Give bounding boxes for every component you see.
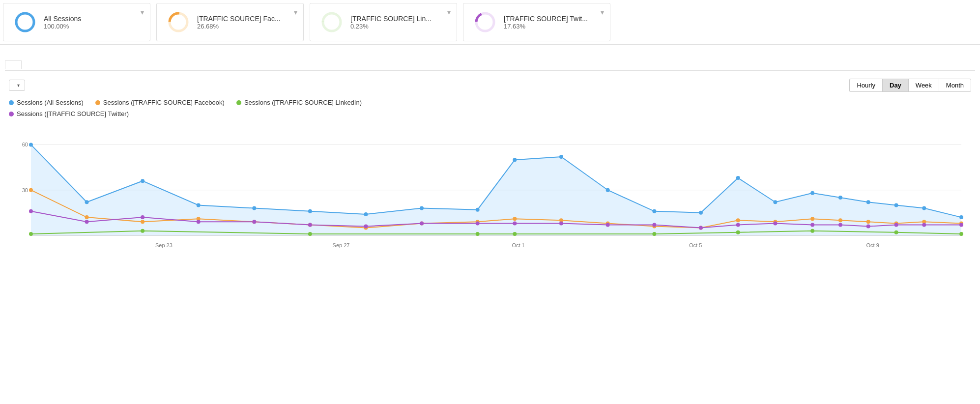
- chart-dot: [364, 225, 368, 229]
- chart-dot: [29, 143, 33, 146]
- x-axis-label: Oct 9: [866, 242, 879, 248]
- legend-label: Sessions (All Sessions): [17, 99, 84, 106]
- chart-dot: [29, 209, 33, 213]
- segment-pct: 0.23%: [350, 23, 432, 30]
- chart-dot: [838, 196, 842, 200]
- chart-dot: [141, 215, 144, 219]
- chart-dot: [85, 200, 89, 204]
- chart-dot: [141, 220, 144, 224]
- chart-dot: [476, 221, 480, 225]
- chart-dot: [838, 218, 842, 222]
- chart-dot: [959, 223, 963, 227]
- x-axis-label: Sep 23: [155, 242, 173, 248]
- chart-dot: [894, 203, 898, 207]
- donut-icon: [320, 10, 344, 34]
- chart-dot: [922, 206, 926, 210]
- chart-dot: [810, 191, 814, 195]
- legend-dot: [9, 100, 14, 105]
- chart-dot: [922, 223, 926, 227]
- chart-dot: [420, 206, 424, 210]
- chart-dot: [866, 220, 870, 224]
- legend-label: Sessions ([TRAFFIC SOURCE] LinkedIn): [244, 99, 362, 106]
- time-btn-week[interactable]: Week: [908, 79, 939, 92]
- chart-dot: [197, 220, 201, 224]
- chart-dot: [513, 158, 517, 162]
- chart-dot: [29, 188, 33, 192]
- chart-dot: [894, 231, 898, 234]
- x-axis-label: Sep 27: [333, 242, 350, 248]
- chart-dot: [252, 220, 256, 224]
- svg-point-1: [16, 13, 34, 31]
- chart-dot: [197, 203, 201, 207]
- chart-dot: [252, 206, 256, 210]
- chart-dot: [606, 223, 610, 227]
- time-btn-day[interactable]: Day: [882, 79, 908, 92]
- chart-dot: [141, 229, 144, 233]
- legend-dot: [9, 112, 14, 116]
- chart-dot: [513, 221, 517, 225]
- chart-dot: [476, 208, 480, 212]
- legend-dot: [236, 100, 241, 105]
- legend-label: Sessions ([TRAFFIC SOURCE] Facebook): [103, 99, 225, 106]
- legend-label: Sessions ([TRAFFIC SOURCE] Twitter): [17, 110, 129, 117]
- chart-dot: [838, 223, 842, 227]
- chart-dot: [420, 221, 424, 225]
- chart-dot: [513, 232, 517, 236]
- chevron-down-icon[interactable]: ▾: [601, 8, 604, 16]
- overview-tab[interactable]: [5, 60, 22, 69]
- chart-dot: [141, 179, 144, 183]
- segment-name: [TRAFFIC SOURCE] Fac...: [197, 15, 281, 23]
- chart-dot: [29, 232, 33, 236]
- time-btn-month[interactable]: Month: [939, 79, 971, 92]
- chart-dot: [736, 231, 740, 234]
- time-btn-hourly[interactable]: Hourly: [849, 79, 882, 92]
- donut-icon: [167, 10, 190, 34]
- segment-pct: 100.00%: [44, 23, 81, 30]
- x-axis-label: Oct 1: [512, 242, 524, 248]
- chevron-down-icon[interactable]: ▾: [294, 8, 297, 16]
- chart-dot: [606, 188, 610, 192]
- chart-dot: [652, 232, 656, 236]
- y-axis-label: 30: [22, 187, 28, 193]
- x-axis-label: Oct 5: [689, 242, 702, 248]
- chart-dot: [699, 226, 703, 230]
- chevron-down-icon[interactable]: ▾: [447, 8, 451, 16]
- segment-name: [TRAFFIC SOURCE] Twit...: [504, 15, 588, 23]
- chart-dot: [652, 223, 656, 227]
- svg-point-4: [323, 13, 341, 31]
- legend-item-3: Sessions ([TRAFFIC SOURCE] Twitter): [9, 110, 129, 117]
- chart-dot: [85, 220, 89, 224]
- chart-dot: [736, 223, 740, 227]
- chart-dot: [959, 215, 963, 219]
- chart-area: 6030 Sep 23Sep 27Oct 1Oct 5Oct 9: [5, 122, 975, 250]
- legend-item-1: Sessions ([TRAFFIC SOURCE] Facebook): [95, 99, 225, 106]
- metric-dropdown[interactable]: ▾: [9, 80, 25, 91]
- segment-card-all-sessions[interactable]: All Sessions 100.00% ▾: [3, 3, 150, 41]
- chart-dot: [652, 209, 656, 213]
- chart-dot: [476, 232, 480, 236]
- chart-dot: [308, 232, 312, 236]
- chart-dot: [810, 229, 814, 233]
- chart-dot: [736, 218, 740, 222]
- dropdown-arrow-icon: ▾: [17, 83, 20, 88]
- legend-item-0: Sessions (All Sessions): [9, 99, 84, 106]
- chart-dot: [866, 225, 870, 229]
- chevron-down-icon[interactable]: ▾: [141, 8, 144, 16]
- chart-dot: [810, 217, 814, 221]
- segment-card-twitter[interactable]: [TRAFFIC SOURCE] Twit... 17.63% ▾: [463, 3, 610, 41]
- chart-dot: [773, 221, 777, 225]
- segment-card-linkedin[interactable]: [TRAFFIC SOURCE] Lin... 0.23% ▾: [310, 3, 457, 41]
- legend-item-2: Sessions ([TRAFFIC SOURCE] LinkedIn): [236, 99, 362, 106]
- legend-dot: [95, 100, 100, 105]
- chart-dot: [513, 217, 517, 221]
- donut-icon: [473, 10, 497, 34]
- segment-name: All Sessions: [44, 15, 81, 23]
- chart-dot: [894, 223, 898, 227]
- chart-dot: [959, 232, 963, 236]
- segment-name: [TRAFFIC SOURCE] Lin...: [350, 15, 432, 23]
- chart-dot: [736, 176, 740, 180]
- chart-dot: [559, 155, 563, 159]
- chart-dot: [810, 223, 814, 227]
- segment-card-facebook[interactable]: [TRAFFIC SOURCE] Fac... 26.68% ▾: [156, 3, 304, 41]
- chart-dot: [559, 221, 563, 225]
